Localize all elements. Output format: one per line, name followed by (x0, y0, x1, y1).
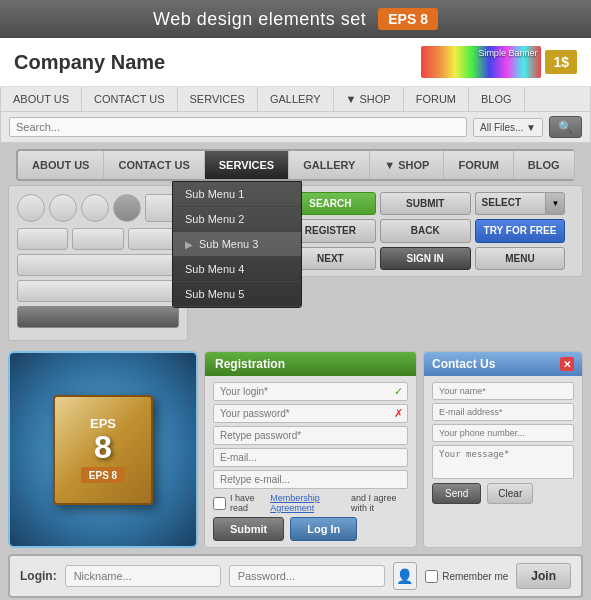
select-btn-arrow[interactable]: ▼ (545, 192, 565, 215)
try-for-free-btn[interactable]: TRY FOR FREE (475, 219, 566, 242)
password-input[interactable] (214, 405, 390, 422)
contact-title-bar: Contact Us ✕ (424, 352, 582, 376)
retype-email-field (213, 470, 408, 489)
login-password-input[interactable] (229, 565, 385, 587)
join-button[interactable]: Join (516, 563, 571, 589)
rect-btn-lg-1[interactable] (17, 254, 179, 276)
submenu-panel: Sub Menu 1 Sub Menu 2 ▶ Sub Menu 3 Sub M… (172, 181, 302, 308)
remember-label: Remember me (442, 571, 508, 582)
eps-badge: EPS 8 (378, 8, 438, 30)
nav-bar-1: ABOUT US CONTACT US SERVICES GALLERY ▼ S… (0, 87, 591, 112)
submenu-item-1[interactable]: Sub Menu 1 (173, 182, 301, 207)
password-field: ✗ (213, 404, 408, 423)
nav1-blog[interactable]: BLOG (469, 87, 525, 111)
login-bar: Login: 👤 Remember me Join (8, 554, 583, 598)
agreement-text: I have read (230, 493, 266, 513)
contact-clear-button[interactable]: Clear (487, 483, 533, 504)
nav2-shop[interactable]: ▼ SHOP (370, 151, 444, 179)
agreement-rest: and I agree with it (351, 493, 408, 513)
contact-send-button[interactable]: Send (432, 483, 481, 504)
retype-email-input[interactable] (214, 471, 407, 488)
product-box: ✦ ✦ ✦ EPS 8 EPS 8 (53, 395, 153, 505)
banner-area: Simple Banner 1$ (421, 46, 577, 78)
nav1-about[interactable]: ABOUT US (1, 87, 82, 111)
login-input[interactable] (214, 383, 390, 400)
rect-btn-sm-1[interactable] (17, 228, 68, 250)
reg-login-button[interactable]: Log In (290, 517, 357, 541)
nav1-shop[interactable]: ▼ SHOP (334, 87, 404, 111)
select-btn-main[interactable]: SELECT (475, 192, 546, 215)
search-bar: All Files... ▼ 🔍 (0, 112, 591, 143)
nav2-blog[interactable]: BLOG (514, 151, 575, 179)
submenu-item-5[interactable]: Sub Menu 5 (173, 282, 301, 307)
nav-bar-2: ABOUT US CONTACT US SERVICES GALLERY ▼ S… (16, 149, 575, 181)
header-bar: Web design elements set EPS 8 (0, 0, 591, 38)
agreement-row: I have read Membership Agreement and I a… (213, 493, 408, 513)
company-bar: Company Name Simple Banner 1$ (0, 38, 591, 87)
nav2-contact[interactable]: CONTACT US (104, 151, 204, 179)
contact-phone-field (432, 424, 574, 442)
contact-email-input[interactable] (433, 404, 573, 420)
round-btn-1[interactable] (17, 194, 45, 222)
submenu-item-4[interactable]: Sub Menu 4 (173, 257, 301, 282)
contact-form: Send Clear (424, 376, 582, 510)
contact-phone-input[interactable] (433, 425, 573, 441)
nav1-contact[interactable]: CONTACT US (82, 87, 178, 111)
menu-btn[interactable]: MENU (475, 247, 566, 270)
sign-in-btn[interactable]: SIGN IN (380, 247, 471, 270)
company-name: Company Name (14, 51, 165, 74)
back-btn[interactable]: BACK (380, 219, 471, 242)
submenu-item-3[interactable]: ▶ Sub Menu 3 (173, 232, 301, 257)
submenu-arrow: ▶ (185, 239, 193, 250)
banner-price[interactable]: 1$ (545, 50, 577, 74)
email-input[interactable] (214, 449, 407, 466)
select-btn-group: SELECT ▼ (475, 192, 566, 215)
bottom-panels: ✦ ✦ ✦ EPS 8 EPS 8 Registration ✓ ✗ (8, 351, 583, 548)
nav-bar-2-wrapper: ABOUT US CONTACT US SERVICES GALLERY ▼ S… (8, 149, 583, 181)
contact-title: Contact Us (432, 357, 495, 371)
nav2-forum[interactable]: FORUM (444, 151, 513, 179)
round-btn-2[interactable] (49, 194, 77, 222)
contact-message-field (432, 445, 574, 479)
remember-checkbox[interactable] (425, 570, 438, 583)
reg-submit-button[interactable]: Submit (213, 517, 284, 541)
nav2-services[interactable]: SERVICES (205, 151, 289, 179)
banner-label: Simple Banner (478, 48, 537, 58)
retype-password-field (213, 426, 408, 445)
header-title: Web design elements set (153, 9, 366, 30)
nav2-gallery[interactable]: GALLERY (289, 151, 370, 179)
retype-password-input[interactable] (214, 427, 407, 444)
rect-btn-sm-2[interactable] (72, 228, 123, 250)
rect-btn-dark[interactable] (17, 306, 179, 328)
search-dropdown[interactable]: All Files... ▼ (473, 118, 543, 137)
nav2-about[interactable]: ABOUT US (18, 151, 104, 179)
rect-btn-lg-2[interactable] (17, 280, 179, 302)
round-btn-3[interactable] (81, 194, 109, 222)
login-label: Login: (20, 569, 57, 583)
login-field: ✓ (213, 382, 408, 401)
search-button[interactable]: 🔍 (549, 116, 582, 138)
contact-name-input[interactable] (433, 383, 573, 399)
search-input[interactable] (9, 117, 467, 137)
registration-buttons: Submit Log In (213, 517, 408, 541)
login-username-input[interactable] (65, 565, 221, 587)
remember-me-row: Remember me (425, 570, 508, 583)
contact-name-field (432, 382, 574, 400)
submit-btn[interactable]: SUBMIT (380, 192, 471, 215)
agreement-checkbox[interactable] (213, 497, 226, 510)
nav1-services[interactable]: SERVICES (178, 87, 258, 111)
button-samples (8, 185, 188, 341)
contact-email-field (432, 403, 574, 421)
box-visual: EPS 8 EPS 8 (53, 395, 153, 505)
contact-message-input[interactable] (433, 446, 573, 476)
user-icon: 👤 (393, 562, 418, 590)
submenu-item-2[interactable]: Sub Menu 2 (173, 207, 301, 232)
nav1-forum[interactable]: FORUM (404, 87, 469, 111)
round-btn-4-active[interactable] (113, 194, 141, 222)
membership-link[interactable]: Membership Agreement (270, 493, 347, 513)
error-icon: ✗ (390, 407, 407, 420)
box-number: 8 (94, 431, 112, 463)
contact-close-button[interactable]: ✕ (560, 357, 574, 371)
product-panel: ✦ ✦ ✦ EPS 8 EPS 8 (8, 351, 198, 548)
nav1-gallery[interactable]: GALLERY (258, 87, 334, 111)
